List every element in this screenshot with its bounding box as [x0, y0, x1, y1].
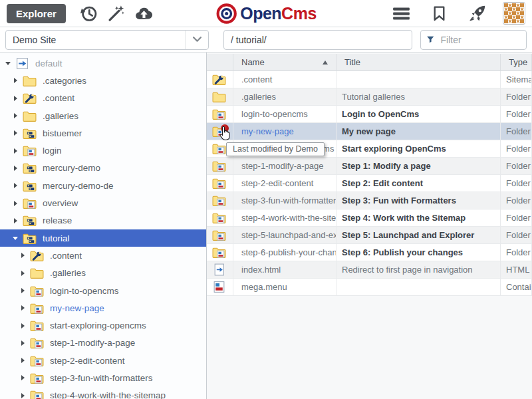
column-header-title[interactable]: Title: [336, 54, 501, 71]
caret-collapsed-icon[interactable]: [11, 183, 19, 188]
tree-item-my-new-page[interactable]: my-new-page: [0, 299, 206, 317]
caret-expanded-icon[interactable]: [11, 237, 19, 240]
caret-collapsed-icon[interactable]: [11, 78, 19, 83]
history-icon[interactable]: [80, 5, 98, 23]
root-site-icon: [15, 57, 29, 70]
tree-item-default[interactable]: default: [0, 55, 206, 72]
caret-collapsed-icon[interactable]: [19, 323, 27, 329]
chevron-down-icon[interactable]: [185, 31, 208, 49]
caret-collapsed-icon[interactable]: [11, 113, 19, 118]
column-header-name[interactable]: Name: [233, 54, 336, 71]
toolbar-right-group: [388, 2, 525, 25]
caret-collapsed-icon[interactable]: [11, 166, 19, 171]
tree-item-mercury-demo-de[interactable]: mercury-demo-de: [0, 177, 206, 194]
tree-item-label: step-4-work-with-the-sitemap: [50, 390, 166, 399]
column-header-type[interactable]: Type: [501, 54, 532, 71]
bookmark-icon[interactable]: [431, 5, 448, 22]
file-title-cell: My new page: [336, 123, 501, 140]
caret-collapsed-icon[interactable]: [19, 358, 27, 363]
file-title-cell: Redirect to first page in navigation: [336, 261, 501, 279]
caret-collapsed-icon[interactable]: [19, 340, 27, 346]
tree-item-content[interactable]: .content: [0, 90, 206, 107]
file-title-cell: Step 3: Fun with Formatters: [336, 192, 501, 209]
column-header-type-label: Type: [509, 57, 527, 67]
file-name-cell: my-new-page: [233, 123, 336, 140]
tree-item-label: .galleries: [43, 111, 78, 121]
tree-item-overview[interactable]: overview: [0, 194, 206, 211]
file-title-cell: Step 5: Launchpad and Explorer: [336, 227, 501, 244]
tree-item-bistuemer[interactable]: bistuemer: [0, 124, 206, 142]
caret-collapsed-icon[interactable]: [19, 253, 27, 258]
caret-collapsed-icon[interactable]: [19, 305, 27, 311]
tree-item-login[interactable]: login: [0, 142, 206, 159]
tree-item-label: release: [43, 215, 72, 225]
explorer-view-button[interactable]: Explorer: [7, 4, 66, 23]
file-title-cell: Step 6: Publish your changes: [336, 244, 501, 261]
tree-item-label: bistuemer: [43, 128, 82, 138]
caret-collapsed-icon[interactable]: [19, 393, 27, 398]
location-bar: Demo Site: [0, 27, 532, 53]
path-input[interactable]: [223, 30, 412, 50]
tree-item-step-1-modify-a-page[interactable]: step-1-modify-a-page: [0, 334, 206, 352]
caret-expanded-icon[interactable]: [4, 62, 12, 65]
caret-collapsed-icon[interactable]: [11, 218, 19, 223]
tree-item-label: step-2-edit-content: [50, 356, 125, 366]
tree-item-step-2-edit-content[interactable]: step-2-edit-content: [0, 352, 206, 369]
menu-icon[interactable]: [392, 5, 410, 23]
user-identicon[interactable]: [503, 2, 525, 25]
file-name-cell: index.html: [233, 261, 336, 279]
last-modified-tooltip: Last modified by Demo: [226, 142, 325, 156]
page-folder-icon: [207, 158, 233, 175]
tree-item-galleries[interactable]: .galleries: [0, 265, 206, 282]
tree-item-release[interactable]: release: [0, 212, 206, 229]
upload-icon[interactable]: [134, 4, 154, 23]
tree-item-mercury-demo[interactable]: mercury-demo: [0, 160, 206, 177]
filter-input[interactable]: [440, 34, 521, 46]
file-title-cell: [336, 71, 501, 88]
caret-collapsed-icon[interactable]: [11, 130, 19, 136]
caret-collapsed-icon[interactable]: [11, 148, 19, 154]
rocket-icon[interactable]: [468, 4, 487, 23]
file-title-cell: [336, 279, 501, 296]
sitemap-folder-icon: [23, 214, 37, 227]
tree-item-step-4-work-with-the-sitemap[interactable]: step-4-work-with-the-sitemap: [0, 387, 206, 399]
caret-collapsed-icon[interactable]: [19, 288, 27, 293]
plain-folder-icon: [23, 74, 37, 87]
tree-item-label: .content: [50, 251, 82, 261]
plain-folder-icon: [207, 88, 233, 106]
caret-collapsed-icon[interactable]: [11, 201, 19, 206]
file-name-cell: step-6-publish-your-changes: [233, 244, 336, 261]
file-name-cell: mega.menu: [233, 279, 336, 296]
tree-item-step-3-fun-with-formatters[interactable]: step-3-fun-with-formatters: [0, 369, 206, 386]
tree-item-start-exploring-opencms[interactable]: start-exploring-opencms: [0, 317, 206, 334]
page-folder-icon: [30, 372, 44, 384]
file-type-cell: Sitemap: [501, 71, 532, 88]
file-name-cell: login-to-opencms: [233, 106, 336, 123]
caret-collapsed-icon[interactable]: [19, 271, 27, 276]
tree-item-tutorial[interactable]: tutorial: [0, 229, 206, 247]
file-type-cell: Folder: [501, 209, 532, 227]
caret-collapsed-icon[interactable]: [19, 375, 27, 380]
wizard-wand-icon[interactable]: [107, 5, 125, 23]
tree-item-categories[interactable]: .categories: [0, 72, 206, 89]
tree-item-label: .galleries: [50, 268, 86, 278]
page-folder-icon: [30, 336, 44, 349]
tree-item-galleries[interactable]: .galleries: [0, 107, 206, 124]
tree-item-label: overview: [43, 198, 78, 208]
tree-item-content[interactable]: .content: [0, 247, 206, 264]
file-title-cell: Step 4: Work with the Sitemap: [336, 209, 501, 227]
page-folder-icon: [207, 244, 233, 261]
file-name-cell: step-5-launchpad-and-explore: [233, 227, 336, 244]
file-name-cell: step-4-work-with-the-sitemap: [233, 209, 336, 227]
config-folder-icon: [207, 71, 233, 88]
caret-collapsed-icon[interactable]: [11, 96, 19, 101]
plain-folder-icon: [23, 110, 37, 122]
file-title-cell: Step 2: Edit content: [336, 175, 501, 192]
site-selector[interactable]: Demo Site: [5, 30, 209, 50]
file-type-cell: HTML Re: [501, 261, 532, 279]
changed-indicator-dot: [221, 124, 229, 132]
tree-item-label: tutorial: [43, 233, 70, 243]
file-type-cell: Folder: [501, 175, 532, 192]
tree-item-login-to-opencms[interactable]: login-to-opencms: [0, 282, 206, 299]
column-header-title-label: Title: [344, 57, 360, 67]
